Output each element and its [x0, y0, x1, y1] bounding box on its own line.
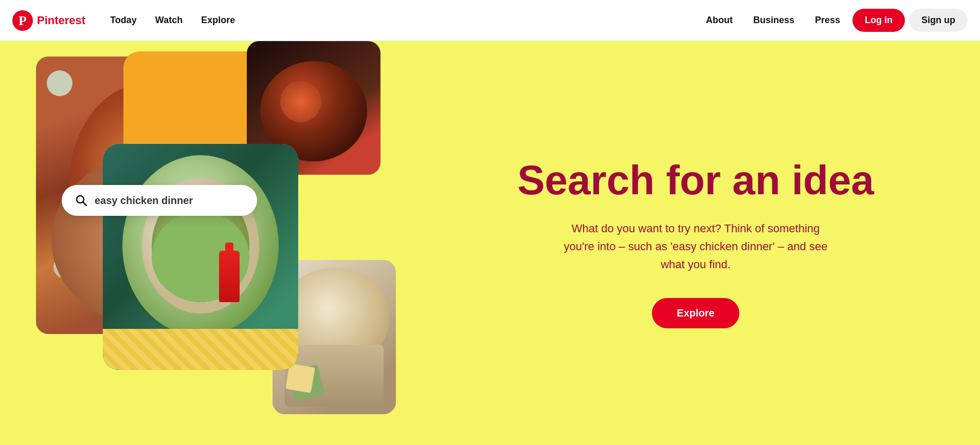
- nav-watch[interactable]: Watch: [147, 11, 191, 30]
- card-main: [103, 144, 298, 370]
- pinterest-logo-link[interactable]: P Pinterest: [12, 10, 85, 31]
- nav-press[interactable]: Press: [807, 11, 848, 30]
- nav-links-left: Today Watch Explore: [102, 11, 243, 30]
- hero-subtitle: What do you want to try next? Think of s…: [562, 219, 829, 274]
- pinterest-wordmark: Pinterest: [37, 14, 85, 27]
- search-query-text: easy chicken dinner: [95, 195, 193, 207]
- nav-business[interactable]: Business: [745, 11, 803, 30]
- navbar: P Pinterest Today Watch Explore About Bu…: [0, 0, 980, 41]
- navbar-right: About Business Press Log in Sign up: [698, 9, 968, 32]
- hero-section: easy chicken dinner Search for an idea W…: [0, 41, 980, 445]
- explore-button[interactable]: Explore: [652, 298, 739, 328]
- search-icon: [74, 193, 88, 208]
- hero-content: Search for an idea What do you want to t…: [411, 137, 980, 349]
- login-button[interactable]: Log in: [852, 9, 905, 32]
- paw-pattern: [103, 329, 298, 370]
- search-bar-overlay[interactable]: easy chicken dinner: [62, 185, 257, 216]
- nav-today[interactable]: Today: [102, 11, 145, 30]
- svg-text:P: P: [19, 13, 27, 28]
- svg-line-3: [83, 202, 87, 206]
- nav-explore[interactable]: Explore: [193, 11, 243, 30]
- navbar-left: P Pinterest Today Watch Explore: [12, 10, 243, 31]
- pinterest-icon: P: [12, 10, 33, 31]
- collage-area: easy chicken dinner: [21, 41, 411, 445]
- red-bottle-decoration: [219, 251, 240, 302]
- hero-title: Search for an idea: [517, 158, 874, 203]
- nav-about[interactable]: About: [698, 11, 741, 30]
- signup-button[interactable]: Sign up: [909, 9, 968, 32]
